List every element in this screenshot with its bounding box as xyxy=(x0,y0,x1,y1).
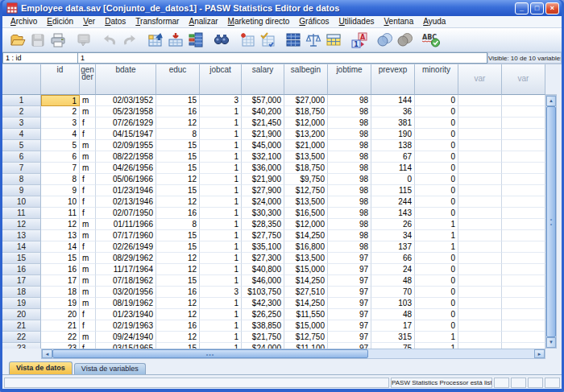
select-cases-icon[interactable] xyxy=(323,31,343,50)
cell[interactable]: $18,750 xyxy=(284,163,328,174)
cell[interactable]: $21,900 xyxy=(242,129,284,140)
cell[interactable]: m xyxy=(80,219,96,230)
cell[interactable]: $11,550 xyxy=(284,309,328,320)
cell[interactable]: $16,500 xyxy=(284,208,328,219)
column-header-educ[interactable]: educ xyxy=(156,64,200,95)
cell[interactable]: 97 xyxy=(328,275,371,287)
cell[interactable] xyxy=(458,151,502,163)
cell[interactable]: 75 xyxy=(371,343,415,349)
cell[interactable] xyxy=(458,343,502,349)
cell[interactable]: 05/23/1958 xyxy=(96,106,156,118)
scroll-up-icon[interactable]: ▲ xyxy=(546,96,556,106)
cell[interactable]: $24,000 xyxy=(242,196,284,208)
cell[interactable]: 1 xyxy=(200,264,242,275)
cell[interactable]: 8 xyxy=(156,129,200,140)
cell[interactable] xyxy=(458,320,502,332)
cell[interactable] xyxy=(502,332,545,343)
cell[interactable]: 0 xyxy=(415,298,458,309)
cell[interactable]: 12 xyxy=(156,118,200,129)
cell[interactable]: m xyxy=(80,163,96,174)
cell[interactable]: 23 xyxy=(41,343,80,349)
cell[interactable]: $57,000 xyxy=(242,95,284,106)
cell[interactable]: 1 xyxy=(200,298,242,309)
save-icon[interactable] xyxy=(27,31,48,50)
cell[interactable]: 1 xyxy=(200,320,242,332)
cell[interactable]: 97 xyxy=(328,264,371,275)
menu-item-graficos[interactable]: Gráficos xyxy=(294,16,334,27)
cell[interactable]: 17 xyxy=(41,275,80,287)
cell-value-box[interactable]: 1 xyxy=(78,52,487,64)
row-header[interactable]: 12 xyxy=(2,219,41,230)
cell[interactable] xyxy=(458,253,502,264)
cell[interactable]: 0 xyxy=(415,275,458,287)
cell[interactable]: $16,800 xyxy=(284,241,328,253)
cell[interactable]: 26 xyxy=(371,219,415,230)
cell[interactable]: $103,750 xyxy=(242,287,284,298)
cell[interactable]: 16 xyxy=(41,264,80,275)
cell[interactable] xyxy=(458,174,502,185)
cell[interactable]: 02/26/1949 xyxy=(96,241,156,253)
cell[interactable]: 0 xyxy=(415,95,458,106)
cell[interactable]: m xyxy=(80,95,96,106)
cell[interactable]: 0 xyxy=(415,151,458,163)
cell[interactable] xyxy=(502,298,545,309)
cell[interactable]: 98 xyxy=(328,241,371,253)
menu-item-utilidades[interactable]: Utilidades xyxy=(334,16,379,27)
grid-corner-cell[interactable] xyxy=(2,64,41,95)
minimize-button[interactable]: _ xyxy=(515,2,529,14)
cell[interactable]: m xyxy=(80,332,96,343)
cell[interactable]: $13,200 xyxy=(284,129,328,140)
menu-item-datos[interactable]: Datos xyxy=(100,16,131,27)
cell[interactable]: $21,000 xyxy=(284,140,328,151)
variables-icon[interactable] xyxy=(185,31,205,50)
cell[interactable]: 381 xyxy=(371,118,415,129)
menu-item-ver[interactable]: Ver xyxy=(78,16,100,27)
cell[interactable]: 12 xyxy=(156,298,200,309)
cell[interactable]: 6 xyxy=(41,151,80,163)
cell[interactable]: 16 xyxy=(156,287,200,298)
scroll-down-icon[interactable]: ▼ xyxy=(546,337,556,348)
cell[interactable]: 11/17/1964 xyxy=(96,264,156,275)
cell[interactable]: 0 xyxy=(415,264,458,275)
column-header-var[interactable]: var xyxy=(458,64,502,95)
cell[interactable]: $14,250 xyxy=(284,230,328,241)
cell[interactable]: 1 xyxy=(200,140,242,151)
cell[interactable]: 01/23/1940 xyxy=(96,309,156,320)
cell[interactable]: 01/23/1946 xyxy=(96,185,156,196)
horizontal-scroll-thumb[interactable]: ••• xyxy=(52,349,368,358)
cell[interactable] xyxy=(502,343,545,349)
cell[interactable] xyxy=(458,196,502,208)
cell[interactable]: $32,100 xyxy=(242,151,284,163)
cell[interactable]: $21,750 xyxy=(242,332,284,343)
cell[interactable]: 0 xyxy=(415,208,458,219)
cell[interactable]: $14,250 xyxy=(284,298,328,309)
cell[interactable]: 12 xyxy=(156,332,200,343)
cell[interactable]: 103 xyxy=(371,298,415,309)
menu-item-edicion[interactable]: Edición xyxy=(42,16,78,27)
show-all-variables-icon[interactable] xyxy=(395,31,415,50)
tab-vista-de-variables[interactable]: Vista de variables xyxy=(74,363,146,374)
cell[interactable]: 1 xyxy=(200,151,242,163)
row-header[interactable]: 15 xyxy=(2,253,41,264)
use-variable-sets-icon[interactable] xyxy=(375,31,395,50)
cell[interactable]: 97 xyxy=(328,309,371,320)
cell[interactable]: 0 xyxy=(415,185,458,196)
cell[interactable]: $24,000 xyxy=(242,343,284,349)
cell[interactable]: $40,800 xyxy=(242,264,284,275)
menu-item-analizar[interactable]: Analizar xyxy=(184,16,222,27)
row-header[interactable]: 16 xyxy=(2,264,41,275)
cell[interactable]: $14,250 xyxy=(284,275,328,287)
cell[interactable]: 8 xyxy=(41,174,80,185)
cell[interactable]: 0 xyxy=(415,196,458,208)
cell[interactable]: 1 xyxy=(200,163,242,174)
cell[interactable] xyxy=(502,174,545,185)
goto-variable-icon[interactable] xyxy=(165,31,185,50)
cell[interactable]: 15 xyxy=(156,151,200,163)
cell[interactable]: 1 xyxy=(200,129,242,140)
row-header[interactable]: 6 xyxy=(2,151,41,163)
cell[interactable]: 1 xyxy=(200,332,242,343)
value-labels-icon[interactable]: A1 xyxy=(349,31,369,50)
cell[interactable]: 05/06/1966 xyxy=(96,174,156,185)
cell[interactable]: $12,000 xyxy=(284,118,328,129)
cell[interactable]: 98 xyxy=(328,118,371,129)
